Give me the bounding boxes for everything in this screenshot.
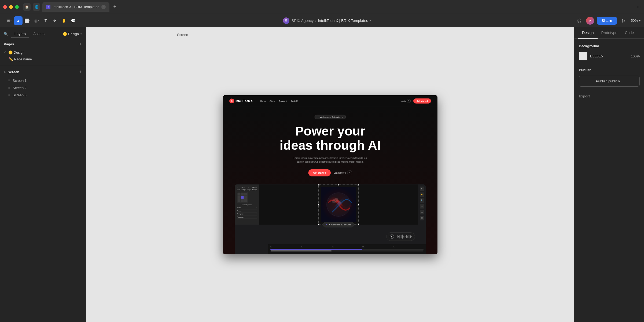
publish-title: Publish <box>579 68 640 72</box>
screen-add-button[interactable]: + <box>79 69 82 75</box>
select-tool-button[interactable]: ▲ <box>14 16 23 25</box>
breadcrumb-workspace[interactable]: BRIX Agency <box>292 19 314 23</box>
handle-top-mid[interactable] <box>338 184 339 185</box>
nav-cta-button[interactable]: Get started <box>413 98 431 104</box>
canvas-content: ⬡ IntelliTech X Home About Pages ▾ Cart … <box>223 95 437 254</box>
search-icon[interactable]: 🔍 <box>4 32 8 36</box>
tab-layers[interactable]: Layers <box>11 30 29 38</box>
canvas-area[interactable]: Screen ⬡ IntelliTech X Home About Pages … <box>86 27 574 322</box>
hero-buttons: Get started Learn more ↗ <box>229 169 431 177</box>
pages-title: Pages <box>4 42 14 46</box>
generate-badge[interactable]: ✦ ✦ Generate 3D shapes <box>323 222 354 228</box>
page-indent <box>4 57 7 61</box>
page-item-design[interactable]: ✓ 🟡 Design <box>4 49 82 56</box>
nav-cart-link[interactable]: Cart (0) <box>290 100 298 102</box>
list-item[interactable]: ⠿ Screen 1 <box>4 77 82 84</box>
page-item-name[interactable]: ✏️ Page name <box>4 56 82 63</box>
audio-play-button[interactable]: ▶ <box>390 235 394 239</box>
layers-section: # Screen + ⠿ Screen 1 ⠿ Screen 2 ⠿ Scree… <box>0 66 86 322</box>
list-item[interactable]: ⠿ Screen 3 <box>4 92 82 99</box>
cursor-tool[interactable]: ▶ <box>420 186 424 191</box>
shape-tool-button[interactable]: ◎▾ <box>32 16 41 25</box>
breadcrumb-chevron-icon[interactable]: ▾ <box>370 19 371 22</box>
nav-home-link[interactable]: Home <box>260 100 266 102</box>
mockup-list-paragraph2[interactable]: Paragraph › <box>237 215 257 219</box>
maximize-window-button[interactable] <box>15 5 19 9</box>
timeline-track-2[interactable] <box>270 250 424 251</box>
mockup-list-preview[interactable]: Preview › <box>237 209 257 213</box>
undo-tool[interactable]: ↺ <box>420 204 424 208</box>
background-color-swatch[interactable] <box>579 52 587 60</box>
tab-code[interactable]: Code <box>621 27 638 39</box>
timeline-track-1[interactable] <box>270 249 424 250</box>
mockup-field-size: width 234 px height 500 px <box>237 189 257 191</box>
publish-button[interactable]: Publish publicly... <box>579 76 640 87</box>
more-options-button[interactable]: ··· <box>637 4 641 10</box>
grid-tool-button[interactable]: ⊞▾ <box>5 16 13 25</box>
pages-section: Pages + ✓ 🟡 Design ✏️ Page name <box>0 38 86 66</box>
nav-pages-link[interactable]: Pages ▾ <box>279 100 287 103</box>
background-section: Background E5E5E5 100% <box>579 44 640 60</box>
tab-design[interactable]: Design <box>578 27 598 39</box>
handle-bottom-right[interactable] <box>358 224 359 225</box>
3d-shape-container[interactable] <box>318 184 359 225</box>
hand-tool-button[interactable]: ✋ <box>60 16 68 25</box>
comment-tool-button[interactable]: 💬 <box>69 16 77 25</box>
wave-bar <box>405 235 405 238</box>
hand-tool[interactable]: ✋ <box>420 192 424 197</box>
handle-mid-right[interactable] <box>358 204 359 205</box>
play-button[interactable]: ▷ <box>620 16 628 25</box>
add-tool[interactable]: ⊞ <box>420 210 424 214</box>
headphone-button[interactable]: 🎧 <box>575 16 583 25</box>
design-frame: ⬡ IntelliTech X Home About Pages ▾ Cart … <box>223 95 437 254</box>
share-button[interactable]: Share <box>597 17 617 25</box>
breadcrumb-file[interactable]: IntelliTech X | BRIX Templates <box>318 19 368 23</box>
zoom-control[interactable]: 50% ▾ <box>631 19 641 23</box>
design-tab-btn[interactable]: 🟡 Design ▾ <box>63 32 82 36</box>
background-color-value[interactable]: E5E5E5 <box>590 54 628 58</box>
close-window-button[interactable] <box>3 5 7 9</box>
hero-section: ✦ Welcome to Animation X Power your idea… <box>223 107 437 254</box>
zoom-mockup-tool[interactable]: 🔍 <box>420 198 424 203</box>
pages-chevron-icon: ▾ <box>286 100 287 103</box>
handle-bottom-left[interactable] <box>318 224 319 225</box>
drag-icon: ⠿ <box>8 79 10 82</box>
welcome-badge: ✦ Welcome to Animation X <box>314 115 346 119</box>
minimize-window-button[interactable] <box>9 5 13 9</box>
wave-bar <box>409 236 409 237</box>
website-logo: ⬡ IntelliTech X <box>229 98 253 103</box>
mockup-list-audio[interactable]: Audio › <box>237 206 257 210</box>
right-panel-tabs: Design Prototype Code <box>575 27 644 39</box>
hero-learn-button[interactable]: Learn more ↗ <box>333 170 352 175</box>
hero-cta-button[interactable]: Get started <box>308 169 331 177</box>
nav-about-link[interactable]: About <box>270 100 275 102</box>
globe-button[interactable]: 🌐 <box>33 3 40 11</box>
video-tool[interactable]: 🎬 <box>420 216 424 220</box>
handle-top-left[interactable] <box>318 184 319 185</box>
mockup-alignment-grid[interactable] <box>237 192 248 203</box>
browser-tab[interactable]: I IntelliTech X | BRIX Templates × <box>42 2 109 12</box>
text-tool-button[interactable]: T <box>41 16 50 25</box>
wave-bar <box>407 236 408 238</box>
wave-bar <box>410 235 411 238</box>
tab-prototype[interactable]: Prototype <box>598 27 621 39</box>
mockup-inner: x 240 px y 240 px width 234 px height 50 <box>235 184 426 225</box>
user-avatar[interactable]: A <box>586 17 594 25</box>
component-tool-button[interactable]: ❖ <box>50 16 59 25</box>
home-button[interactable]: 🏠 <box>23 3 31 11</box>
wave-bar <box>410 235 410 239</box>
background-opacity-value[interactable]: 100% <box>631 54 640 58</box>
list-item[interactable]: ⠿ Screen 2 <box>4 84 82 92</box>
new-tab-button[interactable]: + <box>111 3 119 11</box>
tab-favicon: I <box>46 5 50 9</box>
mockup-list-paragraph1[interactable]: Paragraph › <box>237 213 257 216</box>
audio-waveform-widget: ▶ <box>386 232 415 241</box>
pages-add-button[interactable]: + <box>79 41 82 47</box>
tab-assets[interactable]: Assets <box>30 30 48 38</box>
logo-text: IntelliTech X <box>235 99 253 103</box>
nav-login-button[interactable]: Login ? <box>400 99 411 103</box>
frame-tool-button[interactable]: ⬜▾ <box>23 16 32 25</box>
handle-top-right[interactable] <box>358 184 359 185</box>
handle-mid-left[interactable] <box>318 204 319 205</box>
tab-close-button[interactable]: × <box>101 5 106 9</box>
